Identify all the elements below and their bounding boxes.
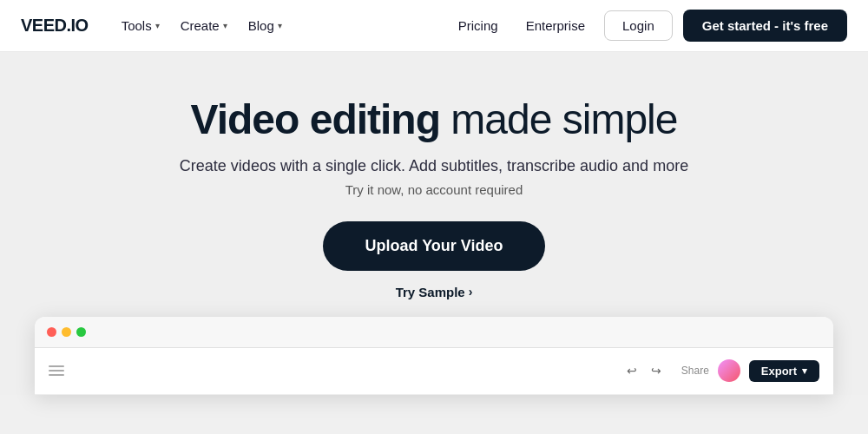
avatar	[718, 359, 740, 382]
editor-toolbar-left	[49, 365, 64, 376]
editor-toolbar: ↩ ↪ Share Export ▾	[35, 348, 833, 395]
try-sample-link[interactable]: Try Sample ›	[396, 285, 473, 299]
menu-icon[interactable]	[49, 365, 64, 376]
hero-title-bold: Video editing	[191, 96, 440, 142]
nav-pricing[interactable]: Pricing	[450, 13, 507, 38]
export-button[interactable]: Export ▾	[749, 360, 819, 382]
window-close-dot	[47, 327, 56, 337]
navbar-right: Pricing Enterprise Login Get started - i…	[450, 10, 847, 42]
undo-button[interactable]: ↩	[622, 361, 641, 380]
editor-preview: ↩ ↪ Share Export ▾	[35, 317, 833, 395]
nav-item-create[interactable]: Create ▾	[172, 13, 236, 38]
hero-section: Video editing made simple Create videos …	[0, 52, 868, 395]
hero-title: Video editing made simple	[191, 97, 678, 143]
window-minimize-dot	[62, 327, 71, 337]
login-button[interactable]: Login	[604, 10, 673, 41]
nav-links: Tools ▾ Create ▾ Blog ▾	[113, 13, 291, 38]
navbar: VEED.IO Tools ▾ Create ▾ Blog ▾ Pricing …	[0, 0, 868, 52]
get-started-button[interactable]: Get started - it's free	[683, 10, 847, 42]
arrow-right-icon: ›	[469, 285, 473, 299]
undo-redo-group: ↩ ↪	[622, 361, 666, 380]
redo-button[interactable]: ↪	[647, 361, 666, 380]
chevron-down-icon: ▾	[223, 21, 227, 30]
share-label: Share	[681, 365, 709, 377]
upload-video-button[interactable]: Upload Your Video	[323, 221, 544, 271]
hero-subtitle: Create videos with a single click. Add s…	[180, 157, 688, 175]
hero-title-regular: made simple	[440, 96, 677, 142]
logo[interactable]: VEED.IO	[21, 16, 89, 36]
chevron-down-icon: ▾	[155, 21, 160, 30]
nav-enterprise[interactable]: Enterprise	[517, 13, 594, 38]
navbar-left: VEED.IO Tools ▾ Create ▾ Blog ▾	[21, 13, 291, 38]
window-maximize-dot	[76, 327, 86, 337]
hero-note: Try it now, no account required	[345, 182, 523, 197]
nav-item-blog[interactable]: Blog ▾	[240, 13, 291, 38]
chevron-down-icon: ▾	[802, 365, 807, 377]
editor-topbar	[35, 317, 833, 348]
editor-toolbar-right: ↩ ↪ Share Export ▾	[622, 359, 819, 382]
chevron-down-icon: ▾	[278, 21, 282, 30]
nav-item-tools[interactable]: Tools ▾	[113, 13, 168, 38]
